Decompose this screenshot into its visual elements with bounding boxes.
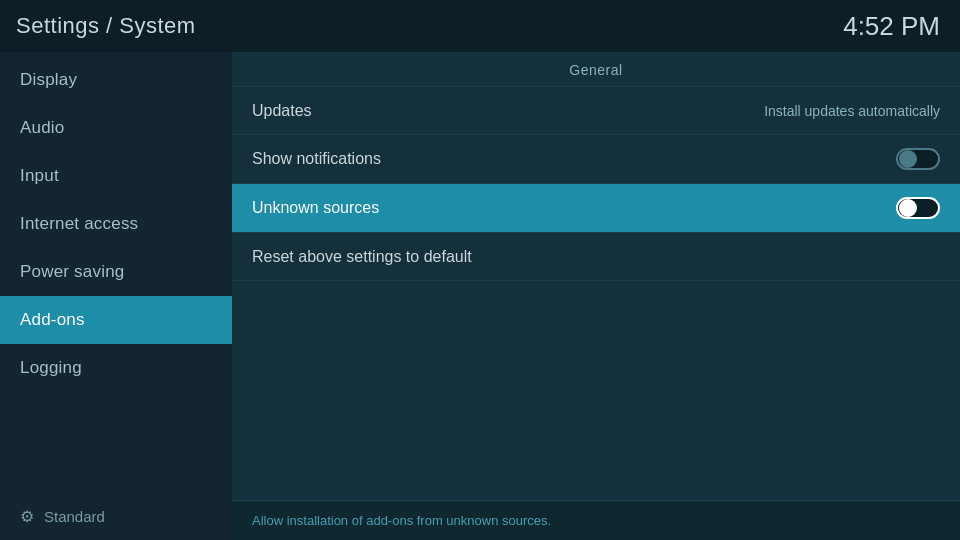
sidebar-item-label: Audio (20, 118, 64, 137)
settings-row-show-notifications[interactable]: Show notifications (232, 135, 960, 184)
sidebar-item-label: Input (20, 166, 59, 185)
toggle-unknown-sources[interactable] (896, 197, 940, 219)
content-inner: General Updates Install updates automati… (232, 52, 960, 500)
settings-row-updates[interactable]: Updates Install updates automatically (232, 87, 960, 135)
sidebar-item-power-saving[interactable]: Power saving (0, 248, 232, 296)
row-label-show-notifications: Show notifications (252, 150, 381, 168)
section-header: General (232, 52, 960, 87)
sidebar-item-label: Internet access (20, 214, 138, 233)
row-label-reset: Reset above settings to default (252, 248, 472, 266)
settings-row-reset[interactable]: Reset above settings to default (232, 233, 960, 281)
status-text: Allow installation of add-ons from unkno… (252, 513, 551, 528)
sidebar-footer: ⚙ Standard (0, 493, 232, 540)
sidebar-item-label: Display (20, 70, 77, 89)
sidebar-item-label: Logging (20, 358, 82, 377)
settings-level-label: Standard (44, 508, 105, 525)
sidebar-item-input[interactable]: Input (0, 152, 232, 200)
settings-list: Updates Install updates automatically Sh… (232, 87, 960, 281)
sidebar-item-label: Add-ons (20, 310, 85, 329)
sidebar-item-label: Power saving (20, 262, 124, 281)
sidebar-item-display[interactable]: Display (0, 56, 232, 104)
row-value-updates: Install updates automatically (764, 103, 940, 119)
content-area: General Updates Install updates automati… (232, 52, 960, 540)
toggle-knob (899, 150, 917, 168)
header: Settings / System 4:52 PM (0, 0, 960, 52)
page-title: Settings / System (16, 13, 196, 39)
gear-icon: ⚙ (20, 507, 34, 526)
sidebar-item-logging[interactable]: Logging (0, 344, 232, 392)
toggle-show-notifications[interactable] (896, 148, 940, 170)
sidebar-item-audio[interactable]: Audio (0, 104, 232, 152)
clock: 4:52 PM (843, 11, 940, 42)
toggle-knob-unknown-sources (899, 199, 917, 217)
sidebar-item-internet-access[interactable]: Internet access (0, 200, 232, 248)
row-label-unknown-sources: Unknown sources (252, 199, 379, 217)
status-bar: Allow installation of add-ons from unkno… (232, 500, 960, 540)
main-layout: Display Audio Input Internet access Powe… (0, 52, 960, 540)
row-label-updates: Updates (252, 102, 312, 120)
sidebar-item-add-ons[interactable]: Add-ons (0, 296, 232, 344)
settings-row-unknown-sources[interactable]: Unknown sources (232, 184, 960, 233)
sidebar: Display Audio Input Internet access Powe… (0, 52, 232, 540)
